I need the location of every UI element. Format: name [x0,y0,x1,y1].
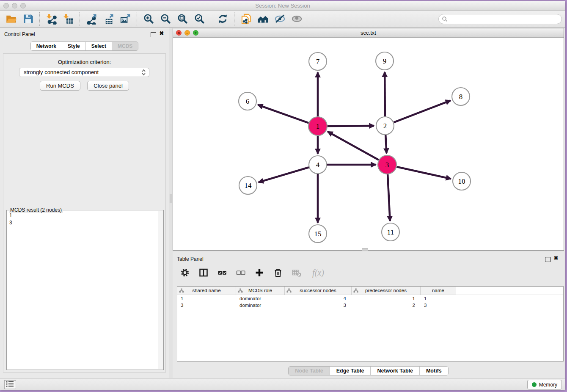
mcds-result-text[interactable]: 13 [7,211,158,369]
column-header-name[interactable]: name [421,287,456,295]
network-view-window: ✕ – + scc.txt 7968124314101511 [173,28,564,251]
node-label-2: 2 [383,122,387,130]
column-header-successor-nodes[interactable]: successor nodes [285,287,352,295]
table-settings-icon [180,268,190,277]
tab-node-table[interactable]: Node Table [289,367,329,375]
status-bar: Memory [0,378,565,390]
column-header-predecessor-nodes[interactable]: predecessor nodes [352,287,421,295]
table-row[interactable]: 1dominator411 [177,295,563,302]
toolbar-separator [137,12,137,26]
hide-details-button[interactable] [271,12,288,26]
edge-3-11[interactable] [388,174,390,221]
zoom-selected-button[interactable] [191,12,208,26]
criterion-select[interactable]: strongly connected component [19,68,149,77]
add-column-button[interactable] [253,266,266,279]
zoom-out-icon [160,13,171,25]
table-panel-close-button[interactable]: ✖ [553,255,559,261]
select-all-rows-button[interactable] [216,266,228,279]
tab-select[interactable]: Select [85,42,112,50]
cell-name[interactable]: 3 [421,302,456,309]
toolbar-separator [234,12,234,26]
network-window-title: scc.txt [173,28,564,37]
edge-2-9[interactable] [385,72,385,116]
edge-4-14[interactable] [259,167,309,182]
network-window-titlebar: ✕ – + scc.txt [173,28,564,38]
refresh-view-button[interactable] [214,12,231,26]
cell-shared-name[interactable]: 3 [177,302,236,309]
select-stepper-icon [141,69,146,76]
tab-network-table[interactable]: Network Table [370,367,419,375]
horizontal-splitter-handle[interactable] [362,248,368,251]
table-panel-title: Table Panel [177,256,204,262]
cell-predecessor-nodes[interactable]: 2 [352,302,421,309]
result-line: 1 [9,212,156,219]
edge-1-6[interactable] [258,105,308,123]
table-row[interactable]: 3dominator323 [177,302,563,309]
window-title: Session: New Session [0,1,565,10]
criterion-label: Optimization criterion: [3,59,165,65]
cell-name[interactable]: 1 [421,295,456,302]
tab-edge-table[interactable]: Edge Table [330,367,371,375]
edge-1-2[interactable] [328,126,374,126]
search-input[interactable] [438,14,562,24]
run-mcds-button[interactable]: Run MCDS [40,81,80,91]
export-table-button[interactable] [100,12,117,26]
zoom-out-button[interactable] [157,12,174,26]
column-header-MCDS-role[interactable]: MCDS role [236,287,285,295]
memory-button[interactable]: Memory [527,380,562,389]
cell-shared-name[interactable]: 1 [177,295,236,302]
result-scrollbar[interactable] [158,211,163,369]
show-details-button[interactable] [288,12,305,26]
node-label-8: 8 [459,93,463,101]
tab-motifs[interactable]: Motifs [419,367,448,375]
cell-MCDS-role[interactable]: dominator [236,302,285,309]
go-home-button[interactable] [254,12,271,26]
vertical-splitter[interactable] [169,28,173,378]
tab-style[interactable]: Style [62,42,85,50]
table-panel-float-button[interactable] [545,257,550,262]
tab-mcds[interactable]: MCDS [112,42,138,50]
vertical-splitter-handle[interactable] [170,194,172,203]
export-image-button[interactable] [117,12,134,26]
edge-2-3[interactable] [385,135,386,153]
apply-function-button[interactable]: f(x) [309,266,328,279]
table-settings-button[interactable] [179,266,191,279]
delete-column-icon [273,268,283,277]
select-all-rows-icon [217,268,227,277]
export-network-button[interactable] [83,12,100,26]
mcds-result-box: MCDS result (2 nodes) 13 [6,210,164,370]
delete-table-button[interactable] [290,266,303,279]
edge-3-10[interactable] [396,167,451,179]
zoom-fit-button[interactable] [174,12,191,26]
tab-network[interactable]: Network [31,42,62,50]
zoom-in-button[interactable] [140,12,157,26]
import-network-button[interactable] [43,12,60,26]
node-label-4: 4 [316,161,320,169]
open-file-button[interactable] [3,12,19,26]
save-session-button[interactable] [19,12,36,26]
main-toolbar [0,11,565,28]
desktop: { "window": { "title": "Session: New Ses… [0,0,567,392]
node-label-1: 1 [316,122,320,130]
column-layout-button[interactable] [197,266,210,279]
node-label-6: 6 [246,97,250,105]
column-header-shared-name[interactable]: shared name [177,287,236,295]
cell-successor-nodes[interactable]: 3 [285,302,352,309]
clone-network-icon [240,13,252,25]
network-canvas[interactable]: 7968124314101511 [173,37,564,250]
control-panel-float-button[interactable] [151,32,156,37]
import-table-button[interactable] [60,12,77,26]
edge-3-1[interactable] [328,132,379,160]
cell-successor-nodes[interactable]: 4 [285,295,352,302]
table-panel: Table Panel ✖ f(x) shared nameMCDS roles… [173,252,564,378]
clone-network-button[interactable] [237,12,254,26]
edge-2-8[interactable] [394,100,451,122]
control-panel-close-button[interactable]: ✖ [159,30,165,36]
delete-column-button[interactable] [272,266,284,279]
close-panel-button[interactable]: Close panel [87,81,129,91]
deselect-all-rows-button[interactable] [234,266,247,279]
cell-MCDS-role[interactable]: dominator [236,295,285,302]
cell-predecessor-nodes[interactable]: 1 [352,295,421,302]
list-icon [6,381,14,388]
task-history-button[interactable] [4,380,16,389]
